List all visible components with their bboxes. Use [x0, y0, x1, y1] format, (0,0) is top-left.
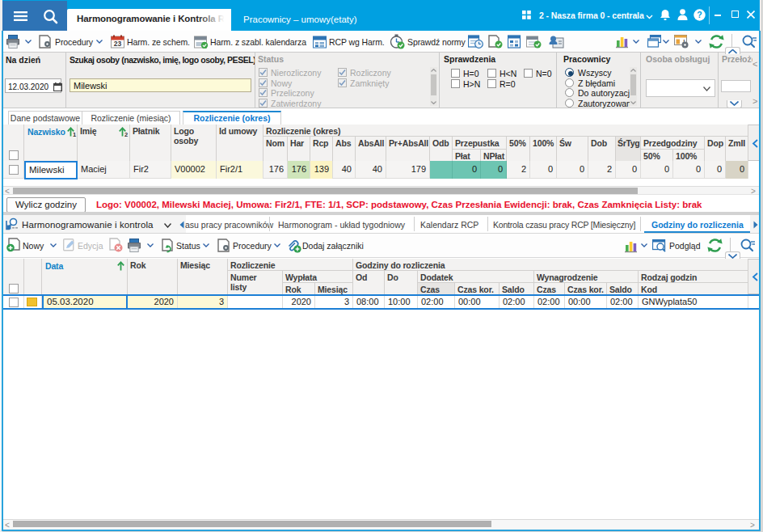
svg-text:?: ? [697, 10, 702, 19]
svg-text:23: 23 [114, 40, 122, 48]
